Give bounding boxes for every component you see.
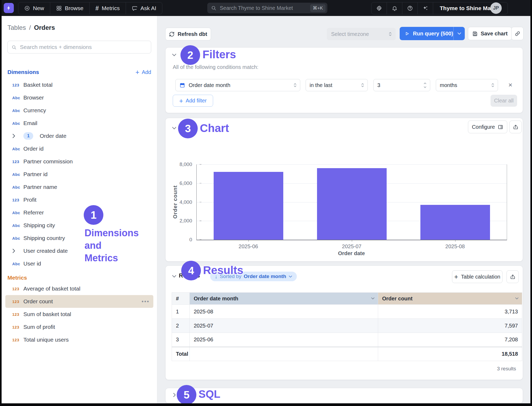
sidebar-item-label: Shipping country (23, 235, 65, 241)
gear-icon[interactable] (371, 2, 387, 14)
sidebar-item-basket-total[interactable]: 123Basket total (2, 78, 157, 91)
breadcrumb-tables[interactable]: Tables (7, 24, 26, 31)
plus-icon: + (454, 274, 458, 279)
filter-operator-select[interactable]: in the last (306, 79, 368, 91)
chevron-right-icon[interactable] (12, 248, 23, 253)
y-tick-label: 0 (189, 237, 192, 243)
remove-filter-button[interactable]: × (508, 81, 512, 88)
x-tick-label: 2025-07 (333, 243, 370, 250)
sidebar-item-order-count[interactable]: 123Order count••• (5, 295, 153, 308)
sidebar-item-user-id[interactable]: AbcUser id (2, 257, 157, 270)
sidebar-item-label: Partner name (23, 184, 57, 190)
global-search-input[interactable]: Search Thyme to Shine Market ⌘+K (207, 3, 327, 13)
string-type-icon: Abc (12, 96, 23, 100)
bar-2025-07[interactable] (317, 168, 387, 240)
metric-cell: 3,713 (378, 305, 522, 319)
export-chart-button[interactable] (509, 121, 522, 133)
filter-amount-input[interactable]: 3 (373, 79, 430, 91)
sidebar-item-sum-of-basket-total[interactable]: 123Sum of basket total (2, 308, 157, 321)
save-chart-button[interactable]: Save chart (468, 27, 512, 40)
collapse-chart-icon[interactable] (172, 127, 176, 130)
sidebar-item-total-unique-users[interactable]: 123Total unique users (2, 333, 157, 346)
annotation-1-label: Dimensions and Metrics (85, 227, 130, 264)
fields-search-input[interactable]: Search metrics + dimensions (7, 41, 151, 53)
table-row[interactable]: 22025-077,597 (172, 319, 522, 333)
y-tick-label: 6,000 (179, 180, 192, 186)
sidebar-item-referrer[interactable]: AbcReferrer (2, 206, 157, 219)
collapse-results-icon[interactable] (172, 275, 176, 278)
search-icon (11, 45, 16, 50)
sidebar-item-partner-commission[interactable]: 123Partner commission (2, 155, 157, 168)
nav-item-new[interactable]: New (18, 2, 50, 14)
sidebar-item-partner-name[interactable]: AbcPartner name (2, 181, 157, 193)
chevron-right-icon[interactable] (12, 134, 23, 138)
avatar[interactable]: JP (490, 2, 502, 14)
sparkles-icon[interactable] (417, 2, 433, 14)
run-query-options-button[interactable] (454, 27, 465, 40)
number-type-icon: 123 (12, 338, 23, 342)
refresh-icon (169, 31, 175, 37)
bell-icon[interactable] (387, 2, 402, 14)
export-results-button[interactable] (506, 270, 519, 283)
sidebar-item-order-date[interactable]: 1Order date (2, 130, 157, 142)
table-row[interactable]: 32025-067,208 (172, 333, 522, 347)
expand-sql-icon[interactable] (173, 393, 176, 397)
annotation-1-circle: 1 (84, 205, 103, 225)
nav-item-ask-ai[interactable]: Ask AI (126, 2, 162, 14)
plus-icon: + (179, 98, 183, 103)
annotation-2-circle: 2 (180, 45, 200, 65)
run-query-button[interactable]: Run query (500) (400, 27, 465, 40)
results-section: Results ↓ Sorted by Order date month + T… (165, 266, 523, 380)
sidebar-item-browser[interactable]: AbcBrowser (2, 91, 157, 104)
sidebar-item-partner-id[interactable]: AbcPartner id (2, 168, 157, 181)
table-calculation-button[interactable]: + Table calculation (452, 270, 503, 283)
column-header-order-date-month[interactable]: Order date month (190, 293, 378, 305)
collapse-filters-icon[interactable] (172, 53, 176, 56)
plus-icon: + (136, 69, 140, 75)
metrics-header: Metrics (7, 274, 151, 282)
chevron-down-icon (289, 275, 292, 278)
bar-2025-08[interactable] (420, 205, 490, 240)
timezone-select[interactable]: Select timezone (327, 28, 396, 40)
filter-unit-select[interactable]: months (436, 79, 498, 91)
bar-2025-06[interactable] (214, 172, 283, 240)
help-icon[interactable] (402, 2, 417, 14)
sidebar-item-label: Order id (23, 146, 44, 152)
share-link-button[interactable] (511, 27, 523, 40)
refresh-dbt-button[interactable]: Refresh dbt (165, 28, 211, 40)
sidebar-item-order-id[interactable]: AbcOrder id (2, 142, 157, 155)
chevron-down-icon[interactable] (371, 297, 375, 300)
table-row[interactable]: 12025-083,713 (172, 305, 522, 319)
clear-all-button[interactable]: Clear all (491, 95, 517, 107)
configure-button[interactable]: Configure (468, 121, 507, 133)
sidebar-item-sum-of-profit[interactable]: 123Sum of profit (2, 321, 157, 333)
item-options-icon[interactable]: ••• (142, 299, 150, 305)
search-icon (211, 5, 216, 11)
metric-cell: 7,208 (378, 333, 522, 347)
nav-item-metrics[interactable]: #Metrics (89, 2, 125, 14)
save-icon (472, 31, 478, 36)
column-header-order-count[interactable]: Order count (378, 293, 522, 305)
metrics-title: Metrics (7, 275, 27, 281)
add-dimension-button[interactable]: + Add (136, 69, 151, 75)
chevron-updown-icon (389, 31, 392, 37)
explore-sidebar: Tables / Orders Search metrics + dimensi… (2, 16, 157, 403)
chevron-down-icon[interactable] (515, 297, 519, 300)
sidebar-item-email[interactable]: AbcEmail (2, 117, 157, 130)
app-logo[interactable] (4, 3, 14, 13)
annotation-5-circle: 5 (177, 385, 196, 405)
filters-condition-text: All of the following conditions match: (173, 64, 258, 70)
sidebar-item-currency[interactable]: AbcCurrency (2, 104, 157, 117)
add-filter-button[interactable]: + Add filter (173, 95, 213, 107)
global-search-placeholder: Search Thyme to Shine Market (220, 5, 310, 11)
panel-icon (498, 124, 503, 130)
nav-item-browse[interactable]: Browse (50, 2, 89, 14)
y-tick-label: 4,000 (179, 199, 192, 205)
column-header-[interactable]: # (172, 293, 190, 305)
number-stepper[interactable] (423, 82, 427, 88)
filter-field-select[interactable]: Order date month (175, 79, 300, 91)
sidebar-item-profit[interactable]: 123Profit (2, 193, 157, 206)
sidebar-item-average-of-basket-total[interactable]: 123Average of basket total (2, 282, 157, 295)
sidebar-item-user-created-date[interactable]: User created date (2, 245, 157, 257)
play-icon (404, 31, 409, 36)
